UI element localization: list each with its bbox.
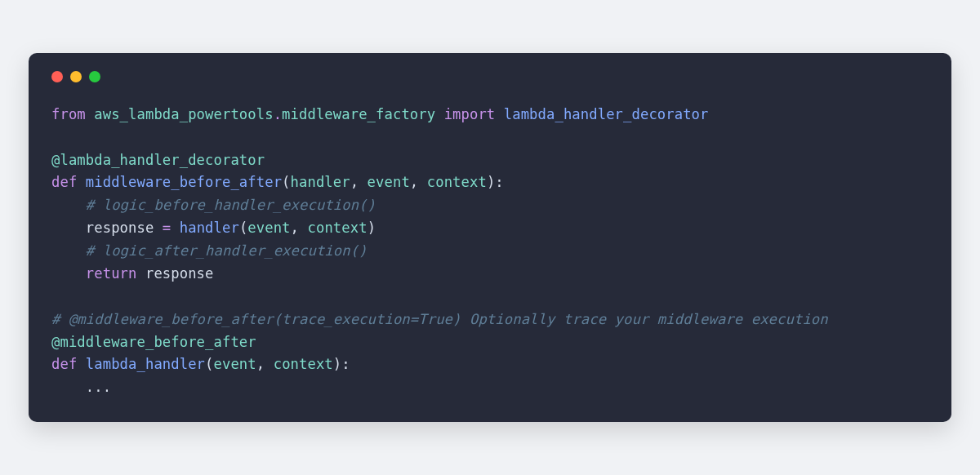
dot-separator: . (274, 106, 282, 122)
zoom-icon[interactable] (89, 71, 100, 82)
arg-context: context (307, 220, 367, 236)
paren-open: ( (205, 356, 213, 372)
keyword-def: def (51, 174, 77, 190)
param-context: context (274, 356, 333, 372)
keyword-def: def (51, 356, 77, 372)
comma: , (256, 356, 274, 372)
code-line-6: response = handler(event, context) (51, 220, 376, 236)
window-traffic-lights (51, 71, 929, 82)
arg-event: event (247, 220, 290, 236)
comment: # logic_after_handler_execution() (86, 242, 368, 259)
keyword-return: return (86, 265, 137, 282)
code-window: from aws_lambda_powertools.middleware_fa… (29, 53, 951, 422)
variable-response: response (86, 220, 154, 236)
space (136, 265, 145, 282)
comma: , (350, 174, 368, 190)
code-line-4: def middleware_before_after(handler, eve… (51, 174, 504, 190)
param-context: context (427, 174, 487, 190)
module-name: aws_lambda_powertools (94, 106, 273, 122)
paren-open: ( (282, 174, 290, 190)
indent (51, 220, 86, 236)
decorator-at: @ (51, 152, 60, 168)
indent (51, 242, 86, 259)
indent (51, 197, 86, 213)
code-line-3: @lambda_handler_decorator (51, 152, 265, 168)
ellipsis: ... (86, 379, 111, 395)
code-line-11: @middleware_before_after (51, 334, 256, 350)
code-block: from aws_lambda_powertools.middleware_fa… (51, 104, 929, 399)
decorator-at: @ (51, 334, 60, 350)
decorator-name: lambda_handler_decorator (60, 152, 265, 168)
return-value: response (145, 265, 214, 282)
code-line-10: # @middleware_before_after(trace_executi… (51, 311, 828, 327)
paren-close: ): (333, 356, 350, 372)
code-line-1: from aws_lambda_powertools.middleware_fa… (51, 106, 709, 122)
code-line-12: def lambda_handler(event, context): (51, 356, 350, 372)
comma: , (291, 220, 308, 236)
indent (51, 265, 86, 282)
minimize-icon[interactable] (70, 71, 82, 82)
submodule-name: middleware_factory (282, 106, 435, 122)
code-line-5: # logic_before_handler_execution() (51, 197, 376, 213)
param-event: event (214, 356, 256, 372)
decorator-name: middleware_before_after (60, 334, 256, 350)
indent (51, 379, 86, 395)
import-target: lambda_handler_decorator (504, 106, 709, 122)
function-name: lambda_handler (86, 356, 205, 372)
keyword-import: import (444, 106, 496, 122)
close-icon[interactable] (51, 71, 63, 82)
param-handler: handler (291, 174, 350, 190)
keyword-from: from (51, 106, 86, 122)
paren-close: ) (368, 220, 376, 236)
code-line-13: ... (51, 379, 111, 395)
code-line-8: return response (51, 265, 214, 282)
comment: # @middleware_before_after(trace_executi… (51, 311, 828, 327)
comment: # logic_before_handler_execution() (86, 197, 376, 213)
function-call: handler (180, 220, 239, 236)
operator-assign: = (154, 220, 179, 236)
paren-open: ( (239, 220, 247, 236)
function-name: middleware_before_after (86, 174, 282, 190)
code-line-7: # logic_after_handler_execution() (51, 242, 368, 259)
comma: , (410, 174, 427, 190)
paren-close: ): (487, 174, 504, 190)
param-event: event (368, 174, 410, 190)
